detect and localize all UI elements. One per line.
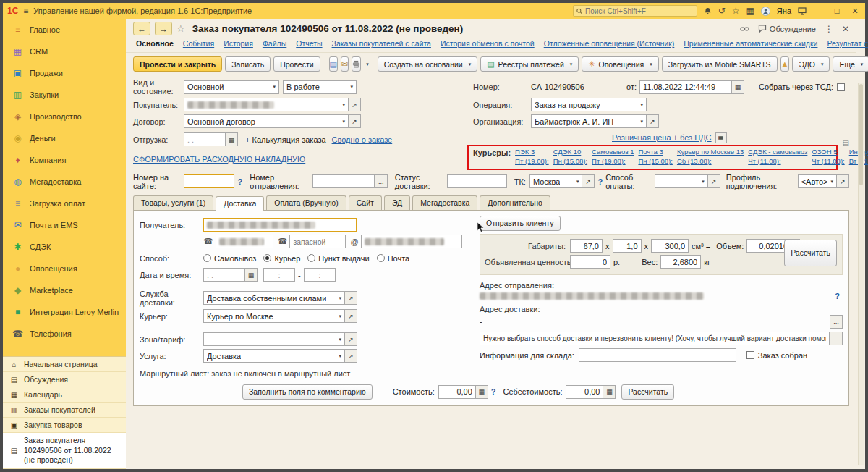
main-menu-icon[interactable]: ≡: [23, 7, 28, 15]
dropdown-icon[interactable]: [339, 102, 345, 108]
help-icon[interactable]: ?: [237, 177, 242, 186]
fill-by-comment-button[interactable]: Заполнить поля по комментарию: [242, 384, 373, 400]
shipment-number-more-icon[interactable]: ...: [375, 174, 388, 188]
discussion-button[interactable]: Обсуждение: [758, 25, 816, 33]
close-window-icon[interactable]: ✕: [849, 7, 861, 16]
user-name[interactable]: Яна: [777, 7, 791, 15]
tab-customer-orders[interactable]: ▥ Заказы покупателей: [3, 403, 126, 418]
dropdown-icon[interactable]: [637, 102, 643, 108]
height-input[interactable]: 300,0: [651, 239, 689, 253]
toolbar-more-button[interactable]: Еще: [833, 56, 868, 72]
shipping-date-field[interactable]: . .: [184, 132, 226, 146]
order-calculation-link[interactable]: + Калькуляция заказа: [245, 135, 326, 144]
organization-select[interactable]: Баймастрюк А. И. ИП: [531, 114, 647, 128]
open-payment-method-icon[interactable]: [708, 174, 720, 188]
delivery-service-select[interactable]: Доставка собственными силами: [203, 291, 345, 305]
tab-current-order[interactable]: ▤ Заказ покупателя 102490506 от 11.08.20…: [3, 433, 126, 469]
open-buyer-icon[interactable]: [349, 98, 361, 111]
notifications-bell-icon[interactable]: [704, 7, 712, 15]
price-grid-icon[interactable]: [715, 132, 727, 143]
close-document-icon[interactable]: ✕: [842, 24, 849, 34]
address-to-value[interactable]: -: [480, 317, 482, 326]
sidebar-item-payments-load[interactable]: ≡ Загрузка оплат: [3, 193, 126, 214]
scrollbar[interactable]: [858, 83, 864, 465]
cost-price-input[interactable]: 0,00: [566, 385, 603, 399]
upload-icon-button[interactable]: ▲: [780, 56, 790, 72]
radio-pickup-label[interactable]: Самовывоз: [214, 254, 256, 263]
calculate-dimensions-button[interactable]: Рассчитать: [784, 240, 837, 266]
connection-profile-select[interactable]: <Авто>: [798, 174, 837, 188]
sidebar-item-telephony[interactable]: ☎ Телефония: [3, 323, 126, 345]
tsd-checkbox[interactable]: [837, 83, 845, 91]
order-number-value[interactable]: СА-102490506: [531, 83, 616, 91]
length-input[interactable]: 67,0: [570, 239, 603, 253]
courier-link-cdek-pickup[interactable]: СДЭК - самовывозЧт (11.08):: [748, 148, 807, 167]
forward-icon[interactable]: →: [155, 22, 172, 35]
time-to-field[interactable]: :: [304, 268, 336, 282]
dropdown-icon[interactable]: [347, 84, 353, 90]
send-to-client-button[interactable]: Отправить клиенту: [480, 216, 561, 231]
dropdown-icon[interactable]: [336, 295, 341, 301]
contract-select[interactable]: Основной договор: [184, 114, 349, 128]
open-contract-icon[interactable]: [349, 114, 361, 128]
courier-link-ozon[interactable]: ОЗОН 5Чт (11.08):: [812, 148, 844, 167]
more-actions-icon[interactable]: ⋮: [825, 24, 833, 34]
sidebar-item-alerts[interactable]: ● Оповещения: [3, 258, 126, 279]
maximize-icon[interactable]: □: [831, 7, 843, 15]
help-icon[interactable]: ?: [597, 177, 603, 186]
order-collected-checkbox[interactable]: [746, 351, 754, 359]
favorites-star-icon[interactable]: ☆: [732, 7, 740, 15]
open-zone-tariff-icon[interactable]: [345, 332, 357, 346]
create-based-on-button[interactable]: Создать на основании: [378, 56, 477, 72]
email-icon-button[interactable]: ✉: [341, 56, 349, 72]
tab-delivery[interactable]: Доставка: [216, 196, 264, 211]
zone-tariff-select[interactable]: [203, 332, 345, 346]
shipment-number-input[interactable]: [312, 174, 375, 188]
cost-input[interactable]: 0,00: [438, 385, 476, 399]
make-invoice-link[interactable]: СФОРМИРОВАТЬ РАСХОДНУЮ НАКЛАДНУЮ: [133, 155, 305, 164]
delivery-date-field[interactable]: . .: [203, 268, 245, 282]
order-summary-link[interactable]: Сводно о заказе: [332, 135, 393, 144]
sidebar-item-leroy-merlin[interactable]: ■ Интеграция Leroy Merlin: [3, 301, 126, 323]
notifications-button[interactable]: ✳Оповещения: [582, 56, 658, 72]
radio-post-label[interactable]: Почта: [388, 254, 410, 263]
retail-price-link[interactable]: Розничная цена + без НДС: [612, 133, 712, 142]
calendar-icon[interactable]: [732, 80, 744, 94]
dropdown-icon[interactable]: [336, 337, 341, 342]
radio-pickup-point-label[interactable]: Пункт выдачи: [318, 254, 369, 263]
calendar-icon[interactable]: [226, 132, 238, 146]
declared-value-input[interactable]: 0: [570, 255, 610, 269]
calculator-icon[interactable]: ▦: [746, 7, 754, 15]
tab-additional[interactable]: Дополнительно: [480, 195, 550, 210]
sidebar-item-money[interactable]: ◉ Деньги: [3, 127, 126, 149]
nav-link-events[interactable]: События: [183, 39, 214, 48]
buyer-select[interactable]: [184, 98, 349, 111]
open-delivery-service-icon[interactable]: [345, 291, 357, 305]
dropdown-icon[interactable]: [827, 179, 833, 185]
mobile-smarts-button[interactable]: Загрузить из Mobile SMARTS: [662, 56, 778, 72]
edo-button[interactable]: ЭДО: [792, 56, 830, 72]
open-service-icon[interactable]: [345, 349, 357, 363]
delivery-status-input[interactable]: [447, 174, 507, 188]
print-dropdown-icon[interactable]: [366, 62, 369, 67]
nav-link-main[interactable]: Основное: [136, 39, 174, 48]
phone-input[interactable]: [216, 235, 273, 248]
print-icon-button[interactable]: [352, 56, 361, 72]
courier-link-cdek[interactable]: СДЭК 10Пн (15.08):: [553, 148, 587, 167]
cost-calc-icon[interactable]: [476, 385, 488, 399]
display-icon[interactable]: [798, 7, 807, 15]
warehouse-info-input[interactable]: [579, 348, 736, 362]
sidebar-item-company[interactable]: ♦ Компания: [3, 149, 126, 171]
sidebar-item-marketplace[interactable]: ◆ Marketplace: [3, 279, 126, 301]
radio-pickup-point[interactable]: [307, 254, 315, 262]
favorite-star-icon[interactable]: ☆: [176, 23, 185, 34]
operation-select[interactable]: Заказ на продажу: [531, 98, 647, 111]
scrollbar-thumb[interactable]: [859, 84, 863, 185]
back-icon[interactable]: ←: [133, 22, 150, 35]
dropdown-icon[interactable]: [336, 313, 341, 319]
dropdown-icon[interactable]: [270, 84, 276, 90]
address-to-more-icon[interactable]: ...: [830, 315, 843, 329]
payment-method-select[interactable]: [655, 174, 708, 188]
width-input[interactable]: 1,0: [613, 239, 642, 253]
tab-calendar[interactable]: ▦ Календарь: [3, 387, 126, 403]
